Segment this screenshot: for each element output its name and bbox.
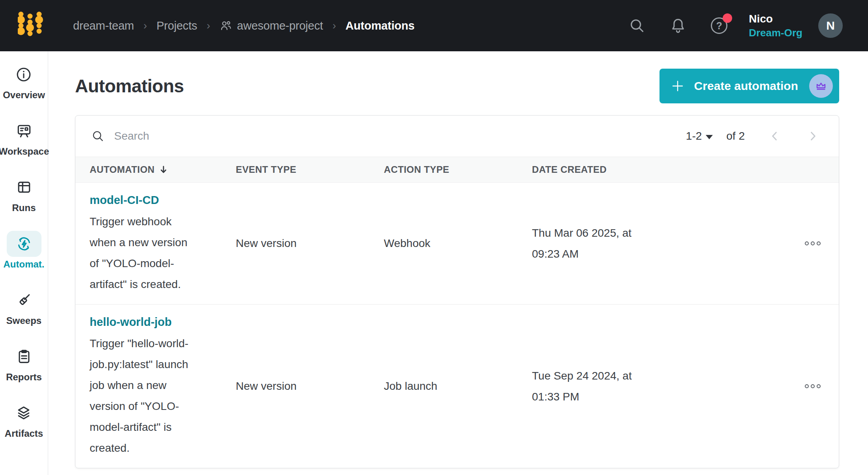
breadcrumb-separator: › [207,20,210,32]
column-header-automation[interactable]: AUTOMATION [90,164,236,175]
event-type-cell: New version [236,237,384,250]
overflow-menu-icon [805,241,809,245]
wandb-logo-icon[interactable] [18,11,45,40]
pagination: 1-2 of 2 [686,128,821,144]
user-name: Nico [749,12,802,26]
caret-down-icon [706,135,713,139]
automation-description: Trigger "hello-world- job.py:latest" lau… [90,333,222,458]
sidebar-item-label: Workspace [0,146,49,157]
top-navigation-bar: dream-team › Projects › awesome-project … [0,0,868,51]
runs-icon [15,179,33,196]
sweeps-icon [15,292,32,309]
previous-page-button[interactable] [767,128,783,144]
column-header-date-created: DATE CREATED [532,164,662,175]
page-total: of 2 [726,130,745,142]
event-type-cell: New version [236,380,384,393]
nav-actions: ? Nico Dream-Org N [605,12,843,39]
chevron-left-icon [768,130,781,142]
info-icon [15,66,32,83]
artifacts-icon [15,404,32,422]
search-button[interactable] [628,17,646,35]
team-members-icon [220,19,232,32]
table-toolbar: 1-2 of 2 [75,116,839,157]
action-type-cell: Job launch [384,380,532,393]
sidebar-item-artifacts[interactable]: Artifacts [5,400,43,439]
breadcrumb: dream-team › Projects › awesome-project … [73,19,415,32]
search-icon [91,129,105,143]
breadcrumb-project[interactable]: awesome-project [220,19,323,32]
breadcrumb-separator: › [333,20,336,32]
date-created-cell: Tue Sep 24 2024, at 01:33 PM [532,365,662,407]
plus-icon [671,79,685,93]
sidebar-item-runs[interactable]: Runs [7,174,41,213]
sort-descending-icon [158,165,169,175]
sidebar-item-workspace[interactable]: Workspace [0,118,49,157]
next-page-button[interactable] [805,128,821,144]
row-overflow-menu-button[interactable] [805,241,839,245]
search-input[interactable] [114,130,686,142]
sidebar-item-label: Sweeps [6,315,41,326]
action-type-cell: Webhook [384,237,532,250]
automation-description: Trigger webhook when a new version of "Y… [90,211,222,295]
sidebar-item-label: Automat. [4,259,45,270]
search-icon [628,17,646,34]
sidebar-item-label: Runs [12,202,36,213]
sidebar-item-label: Reports [6,372,42,383]
sidebar-item-overview[interactable]: Overview [3,62,45,101]
workspace-icon [15,122,33,140]
user-org: Dream-Org [749,27,802,39]
row-overflow-menu-button[interactable] [805,384,839,388]
page-range-selector[interactable]: 1-2 [686,130,713,142]
breadcrumb-separator: › [143,20,147,32]
main-content: Automations Create automation [48,51,868,475]
bell-icon [669,17,687,34]
breadcrumb-projects[interactable]: Projects [156,19,197,32]
overflow-menu-icon [805,384,809,388]
sidebar-item-automations[interactable]: Automat. [4,231,45,270]
notification-badge [723,13,732,23]
sidebar-item-reports[interactable]: Reports [6,344,42,383]
table-row: model-CI-CD Trigger webhook when a new v… [75,183,839,305]
premium-badge [809,74,833,98]
sidebar-item-label: Artifacts [5,428,43,439]
automation-name-link[interactable]: model-CI-CD [90,192,159,208]
breadcrumb-team[interactable]: dream-team [73,19,134,32]
sidebar-item-sweeps[interactable]: Sweeps [6,287,41,326]
page-title: Automations [75,75,184,97]
automation-name-link[interactable]: hello-world-job [90,314,172,330]
table-row: hello-world-job Trigger "hello-world- jo… [75,305,839,468]
reports-icon [15,348,33,365]
avatar[interactable]: N [818,13,843,38]
automations-table-card: 1-2 of 2 [75,115,839,468]
notifications-button[interactable] [669,17,687,35]
date-created-cell: Thu Mar 06 2025, at 09:23 AM [532,223,662,264]
table-header-row: AUTOMATION EVENT TYPE ACTION TYPE DATE C… [75,157,839,183]
help-button[interactable]: ? [710,17,728,35]
sidebar-item-label: Overview [3,90,45,101]
automations-icon [15,235,33,252]
project-sidebar: Overview Workspace Runs [0,51,48,475]
breadcrumb-current-page: Automations [346,19,415,32]
chevron-right-icon [806,130,819,142]
column-header-action-type: ACTION TYPE [384,164,532,175]
crown-icon [814,79,828,93]
column-header-event-type: EVENT TYPE [236,164,384,175]
create-automation-button[interactable]: Create automation [659,69,839,103]
user-menu[interactable]: Nico Dream-Org [749,12,802,39]
